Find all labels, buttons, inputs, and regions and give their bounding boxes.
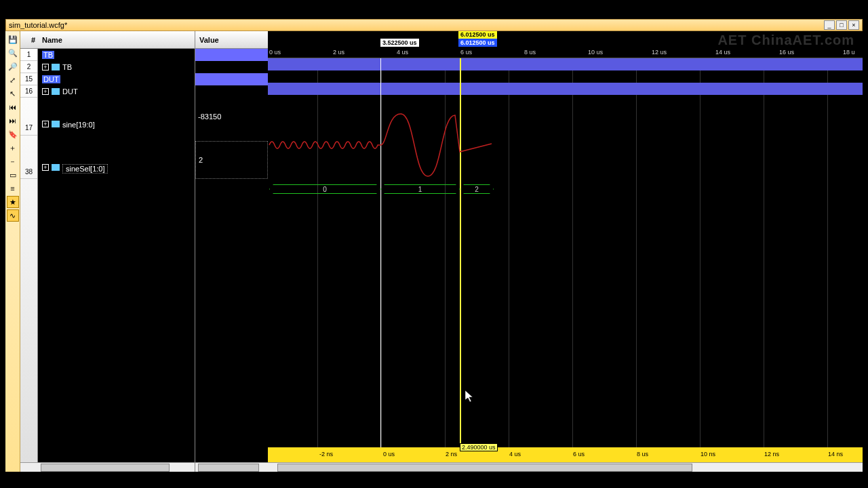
value-row	[195, 61, 268, 73]
ruler-tick: 4 us	[397, 49, 408, 56]
expand-icon[interactable]: +	[42, 164, 49, 171]
ruler-tick: 14 ns	[828, 451, 843, 458]
bus-value: 1	[380, 184, 460, 194]
ruler-tick: 2 ns	[446, 451, 457, 458]
values-list: -83150 2	[195, 49, 268, 462]
row-num: 1	[20, 49, 37, 61]
value-hscroll[interactable]	[195, 462, 268, 472]
workarea: 💾 🔍 🔎 ⤢ ↖ ⏮ ⏭ 🔖 ＋ － ▭ ≡ ★ ∿ # Name 1 2 1…	[5, 31, 863, 472]
delta-marker[interactable]: 2.490000 us	[460, 443, 498, 451]
time-ruler-top[interactable]: 0 us 2 us 4 us 6 us 8 us 10 us 12 us 14 …	[268, 49, 863, 58]
ruler-tick: 16 us	[779, 49, 794, 56]
signal-row-sinesel[interactable]: + sineSel[1:0]	[38, 141, 195, 179]
analog-icon[interactable]: ∿	[7, 209, 19, 222]
wave-group-bar	[268, 83, 863, 95]
prev-edge-icon[interactable]: ⏮	[7, 101, 19, 113]
value-row	[195, 73, 268, 85]
signal-label: TB	[62, 63, 72, 71]
value-row	[195, 49, 268, 61]
signal-row-dut2[interactable]: + DUT	[38, 85, 195, 98]
name-col-header: Name	[42, 36, 62, 44]
vertical-toolbar: 💾 🔍 🔎 ⤢ ↖ ⏮ ⏭ 🔖 ＋ － ▭ ≡ ★ ∿	[5, 31, 20, 472]
signal-row-sine[interactable]: + sine[19:0]	[38, 98, 195, 136]
marker-blue-top[interactable]: 6.012500 us	[458, 39, 497, 47]
wave-hscroll[interactable]	[268, 462, 863, 472]
wave-group-bar	[268, 58, 863, 70]
value-panel: Value -83150 2	[195, 31, 268, 472]
time-ruler-bottom[interactable]: 2.490000 us -2 ns 0 us 2 ns 4 us 6 us 8 …	[268, 447, 863, 462]
maximize-button[interactable]: □	[836, 20, 847, 30]
signal-label: DUT	[42, 75, 60, 83]
marker-icon[interactable]: 🔖	[7, 128, 19, 140]
add-icon[interactable]: ＋	[7, 142, 19, 154]
cursor-icon[interactable]: ↖	[7, 87, 19, 100]
ruler-tick: 4 us	[509, 451, 521, 458]
group-icon[interactable]: ▭	[7, 169, 19, 181]
marker-white[interactable]: 3.522500 us	[380, 39, 419, 47]
ruler-tick: 8 us	[524, 49, 536, 56]
scrollbar-thumb[interactable]	[277, 464, 692, 472]
row-num: 15	[20, 73, 37, 85]
waveform-body[interactable]: 0 1 2	[268, 58, 863, 453]
ruler-tick: 12 us	[652, 49, 667, 56]
ruler-tick: 18 u	[843, 49, 855, 56]
value-text: 2	[199, 156, 203, 164]
remove-icon[interactable]: －	[7, 155, 19, 167]
row-num: 16	[20, 85, 37, 98]
ruler-tick: 12 ns	[764, 451, 779, 458]
signal-label: sineSel[1:0]	[62, 164, 108, 174]
name-header: # Name	[20, 31, 195, 49]
ruler-tick: 6 us	[573, 451, 585, 458]
minimize-button[interactable]: _	[824, 20, 835, 30]
signal-row-tb1[interactable]: TB	[38, 49, 195, 61]
row-num: 2	[20, 61, 37, 73]
zoom-fit-icon[interactable]: ⤢	[7, 74, 19, 86]
bus-segment-1: 1	[380, 184, 460, 194]
bus-icon	[52, 121, 60, 127]
zoom-in-icon[interactable]: 🔍	[7, 47, 19, 59]
bus-segment-2: 2	[460, 184, 494, 194]
ruler-tick: 6 us	[460, 49, 472, 56]
ruler-tick: 0 us	[269, 49, 281, 56]
scrollbar-thumb[interactable]	[198, 464, 259, 472]
expand-icon[interactable]: +	[42, 64, 49, 70]
value-text: -83150	[198, 113, 221, 121]
signal-row-dut1[interactable]: DUT	[38, 73, 195, 85]
hilite-icon[interactable]: ★	[7, 196, 19, 208]
signals-list: TB + TB DUT + DUT + sine[19:0] +	[38, 49, 195, 462]
scrollbar-thumb[interactable]	[41, 464, 170, 472]
signal-label: TB	[42, 51, 54, 59]
bus-segment-0: 0	[269, 184, 380, 194]
marker-yellow-top[interactable]: 6.012500 us	[458, 31, 497, 39]
next-edge-icon[interactable]: ⏭	[7, 115, 19, 127]
ruler-tick: 8 us	[637, 451, 648, 458]
ruler-tick: 14 us	[715, 49, 730, 56]
ruler-tick: 10 us	[588, 49, 603, 56]
ruler-tick: -2 ns	[319, 451, 333, 458]
waveform-panel[interactable]: 6.012500 us 6.012500 us 3.522500 us 0 us…	[268, 31, 863, 472]
module-icon	[52, 64, 60, 70]
zoom-out-icon[interactable]: 🔎	[7, 60, 19, 73]
close-button[interactable]: ×	[848, 20, 859, 30]
bus-value: 2	[460, 184, 494, 194]
row-number-gutter: 1 2 15 16 17 38	[20, 49, 38, 462]
name-hscroll[interactable]	[20, 462, 195, 472]
bus-value: 0	[269, 184, 380, 194]
ruler-tick: 0 us	[383, 451, 395, 458]
expand-icon[interactable]: +	[42, 88, 49, 95]
bus-icon	[52, 164, 60, 171]
value-header: Value	[195, 31, 268, 49]
save-icon[interactable]: 💾	[7, 33, 19, 45]
ruler-tick: 2 us	[333, 49, 344, 56]
expand-icon[interactable]: +	[42, 121, 49, 127]
value-row	[195, 85, 268, 98]
window-title: sim_tutorial.wcfg*	[9, 21, 823, 29]
num-col-header: #	[24, 36, 42, 44]
row-num: 38	[20, 136, 37, 179]
analog-sine-wave	[268, 111, 498, 179]
value-row-sine: -83150	[195, 98, 268, 136]
divider-icon[interactable]: ≡	[7, 182, 19, 195]
titlebar: sim_tutorial.wcfg* _ □ ×	[5, 19, 863, 31]
signal-row-tb2[interactable]: + TB	[38, 61, 195, 73]
wave-marker-strip: 6.012500 us 6.012500 us 3.522500 us	[268, 31, 863, 49]
